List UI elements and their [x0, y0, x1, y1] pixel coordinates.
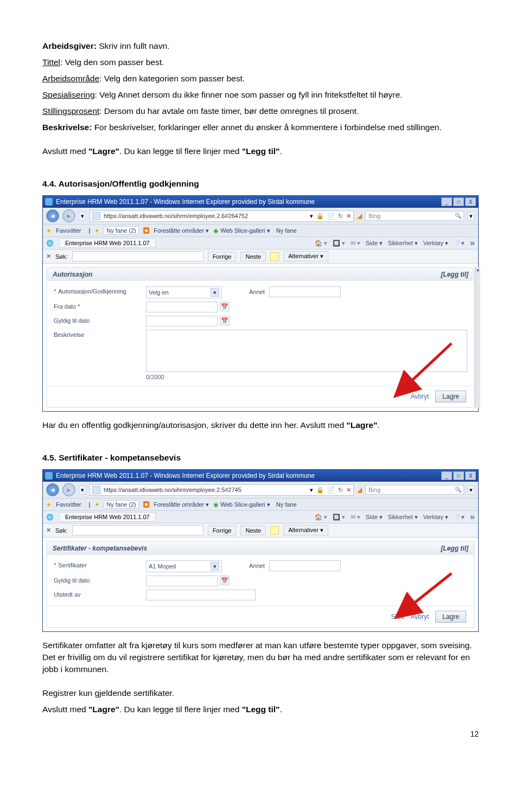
mail-icon[interactable]: ✉ ▾ [351, 240, 360, 247]
find-next-button[interactable]: Neste [240, 526, 266, 535]
field-label-fra-dato: Fra dato * [54, 302, 146, 310]
highlight-icon[interactable] [270, 252, 279, 261]
highlight-icon[interactable] [270, 526, 279, 535]
side-menu[interactable]: Side ▾ [366, 240, 383, 247]
close-button[interactable]: X [465, 197, 476, 206]
verktoy-menu[interactable]: Verktøy ▾ [423, 514, 448, 521]
browser-window-2: Enterprise HRM Web 2011.1.07 - Windows I… [42, 469, 479, 632]
address-bar[interactable]: https://ansatt.idivaweb.no/sihrm/employe… [90, 210, 354, 222]
page-icon [92, 212, 100, 220]
favorites-star-icon[interactable]: ★ [46, 227, 52, 234]
find-close-icon[interactable]: ✕ [46, 253, 51, 260]
back-button[interactable]: ◄ [46, 483, 59, 496]
find-bar: ✕ Søk: Forrige Neste Alternativer ▾ [43, 523, 478, 538]
scroll-up-icon[interactable]: ▲ [475, 267, 480, 272]
feed-icon[interactable]: 🔲 ▾ [333, 514, 345, 521]
maximize-button[interactable]: □ [453, 471, 464, 480]
webslice-link[interactable]: ◉ Web Slice-galleri ▾ [213, 227, 270, 234]
maximize-button[interactable]: □ [453, 197, 464, 206]
favorites-label[interactable]: Favoritter [56, 227, 81, 234]
ie-icon [45, 198, 53, 206]
forward-button[interactable]: ► [62, 209, 75, 222]
find-prev-button[interactable]: Forrige [208, 252, 237, 261]
find-label: Søk: [55, 253, 68, 260]
find-input[interactable] [72, 251, 204, 261]
favorites-star-icon[interactable]: ★ [46, 501, 52, 508]
calendar-icon[interactable]: 📅 [220, 302, 230, 311]
heading-45: 4.5. Sertifikater - kompetansebevis [42, 452, 479, 464]
find-close-icon[interactable]: ✕ [46, 527, 51, 534]
beskrivelse-textarea[interactable] [146, 330, 467, 372]
back-button[interactable]: ◄ [46, 209, 59, 222]
history-dropdown-icon[interactable]: ▾ [310, 487, 313, 494]
home-icon[interactable]: 🏠 ▾ [315, 514, 327, 521]
avbryt-button[interactable]: Avbryt [411, 393, 429, 400]
calendar-icon[interactable]: 📅 [220, 576, 230, 585]
find-input[interactable] [72, 525, 204, 535]
more-chevron-icon[interactable]: » [470, 512, 475, 522]
compat-icon[interactable]: 📄 [327, 487, 335, 494]
search-dropdown-icon[interactable]: ▾ [467, 485, 475, 495]
side-menu[interactable]: Side ▾ [366, 514, 383, 521]
feed-icon[interactable]: 🔲 ▾ [333, 240, 345, 247]
refresh-icon[interactable]: ↻ [338, 213, 343, 220]
browser-tab[interactable]: Enterprise HRM Web 2011.1.07 [59, 238, 156, 248]
dropdown-icon[interactable]: ▾ [79, 212, 86, 221]
close-button[interactable]: X [465, 471, 476, 480]
sertifikater-select[interactable]: A1 Moped▾ [146, 560, 222, 572]
nyfane2-link[interactable]: Ny fane (2) [104, 226, 138, 235]
til-dato-input[interactable] [146, 316, 218, 327]
foreslatte-link[interactable]: Foreslåtte områder ▾ [154, 227, 209, 234]
home-icon[interactable]: 🏠 ▾ [315, 240, 327, 247]
help-icon[interactable]: ❔▾ [454, 240, 465, 247]
search-box[interactable]: Bing [365, 211, 464, 221]
legg-til-link[interactable]: [Legg til] [441, 271, 468, 278]
til-dato-input[interactable] [146, 576, 218, 586]
mail-icon[interactable]: ✉ ▾ [351, 514, 360, 521]
find-options-button[interactable]: Alternativer ▾ [283, 525, 328, 535]
lagre-button[interactable]: Lagre [435, 611, 466, 623]
dropdown-icon[interactable]: ▾ [79, 485, 86, 495]
find-next-button[interactable]: Neste [240, 252, 266, 261]
search-dropdown-icon[interactable]: ▾ [467, 212, 475, 221]
annet-input[interactable] [269, 286, 341, 297]
webslice-link[interactable]: ◉ Web Slice-galleri ▾ [213, 501, 270, 508]
nyfane-link[interactable]: Ny fane [275, 227, 297, 234]
find-options-button[interactable]: Alternativer ▾ [283, 251, 328, 261]
annet-input[interactable] [269, 560, 341, 571]
forward-button[interactable]: ► [62, 483, 75, 496]
stop-icon[interactable]: ✕ [346, 487, 351, 494]
calendar-icon[interactable]: 📅 [220, 316, 230, 325]
fra-dato-input[interactable] [146, 302, 218, 312]
legg-til-link[interactable]: [Legg til] [441, 545, 468, 552]
search-box[interactable]: Bing [365, 485, 464, 495]
action-row: Avbryt Lagre [47, 386, 474, 407]
nyfane2-link[interactable]: Ny fane (2) [104, 500, 138, 509]
compat-icon[interactable]: 📄 [327, 213, 335, 220]
browser-window-1: Enterprise HRM Web 2011.1.07 - Windows I… [42, 195, 479, 412]
history-dropdown-icon[interactable]: ▾ [310, 213, 313, 220]
ie-icon [45, 472, 53, 479]
refresh-icon[interactable]: ↻ [338, 487, 343, 494]
find-prev-button[interactable]: Forrige [208, 526, 237, 535]
address-bar[interactable]: https://ansatt.idivaweb.no/sihrm/employe… [90, 484, 354, 496]
verktoy-menu[interactable]: Verktøy ▾ [423, 240, 448, 247]
browser-tab[interactable]: Enterprise HRM Web 2011.1.07 [59, 512, 156, 522]
sikkerhet-menu[interactable]: Sikkerhet ▾ [388, 514, 418, 521]
foreslatte-link[interactable]: Foreslåtte områder ▾ [154, 501, 209, 508]
help-icon[interactable]: ❔▾ [454, 514, 465, 521]
slett-button[interactable]: Slett [391, 613, 404, 621]
lagre-button[interactable]: Lagre [435, 391, 466, 402]
stop-icon[interactable]: ✕ [346, 213, 351, 220]
minimize-button[interactable]: _ [441, 471, 452, 480]
sikkerhet-menu[interactable]: Sikkerhet ▾ [388, 240, 418, 247]
field-label-til-dato: Gyldig til dato [54, 576, 146, 584]
more-chevron-icon[interactable]: » [470, 238, 475, 248]
avbryt-button[interactable]: Avbryt [411, 613, 429, 621]
utstedt-av-input[interactable] [146, 590, 256, 600]
minimize-button[interactable]: _ [441, 197, 452, 206]
label: Tittel: Velg den som passer best. [42, 57, 164, 67]
favorites-label[interactable]: Favoritter [56, 501, 81, 508]
nyfane-link[interactable]: Ny fane [275, 501, 297, 508]
autorisasjon-select[interactable]: Velg en▾ [146, 286, 222, 298]
